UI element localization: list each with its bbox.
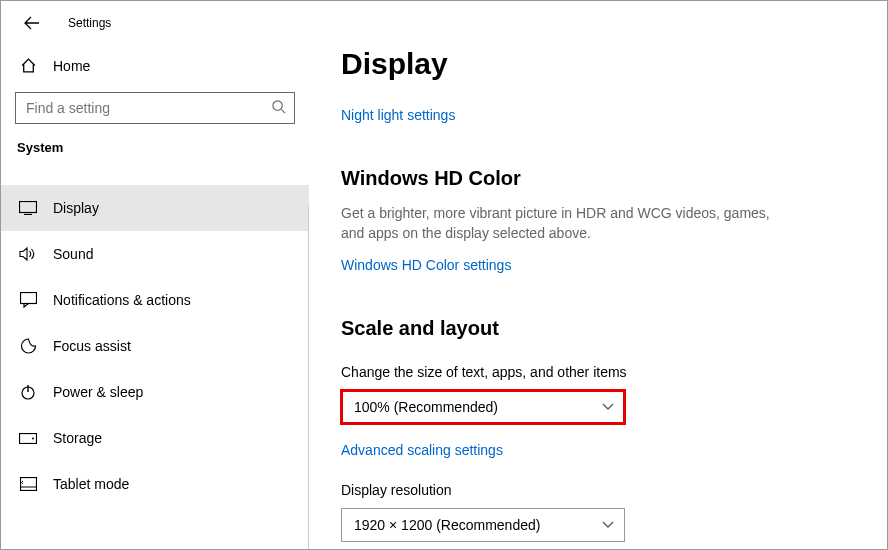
sidebar-item-label: Display <box>53 200 99 216</box>
sidebar-item-label: Sound <box>53 246 93 262</box>
search-box[interactable] <box>15 92 295 124</box>
sidebar-nav: Display Sound Notifications & actions Fo… <box>1 169 309 507</box>
content-pane: Display Night light settings Windows HD … <box>309 1 887 549</box>
scale-heading: Scale and layout <box>341 317 855 340</box>
resolution-dropdown-value: 1920 × 1200 (Recommended) <box>354 517 540 533</box>
resolution-dropdown[interactable]: 1920 × 1200 (Recommended) <box>341 508 625 542</box>
sidebar-item-label: Power & sleep <box>53 384 143 400</box>
sidebar-item-label: Storage <box>53 430 102 446</box>
hd-color-desc: Get a brighter, more vibrant picture in … <box>341 204 771 243</box>
back-button[interactable] <box>24 15 40 31</box>
focus-assist-icon <box>19 338 37 355</box>
sidebar-item-display[interactable]: Display <box>1 185 309 231</box>
night-light-settings-link[interactable]: Night light settings <box>341 107 455 123</box>
sound-icon <box>19 246 37 262</box>
page-title: Display <box>341 47 855 81</box>
sidebar-item-label: Focus assist <box>53 338 131 354</box>
sidebar-item-notifications[interactable]: Notifications & actions <box>1 277 309 323</box>
tablet-mode-icon <box>19 477 37 491</box>
sidebar-item-power-sleep[interactable]: Power & sleep <box>1 369 309 415</box>
scale-field-label: Change the size of text, apps, and other… <box>341 364 855 380</box>
back-arrow-icon <box>24 15 40 31</box>
sidebar-item-storage[interactable]: Storage <box>1 415 309 461</box>
sidebar-section-label: System <box>1 140 309 169</box>
sidebar-home[interactable]: Home <box>1 49 309 82</box>
display-icon <box>19 201 37 215</box>
hd-color-settings-link[interactable]: Windows HD Color settings <box>341 257 511 273</box>
storage-icon <box>19 433 37 444</box>
power-icon <box>19 384 37 400</box>
advanced-scaling-link[interactable]: Advanced scaling settings <box>341 442 855 458</box>
scale-dropdown[interactable]: 100% (Recommended) <box>341 390 625 424</box>
chevron-down-icon <box>602 521 614 529</box>
sidebar-item-label: Tablet mode <box>53 476 129 492</box>
search-input[interactable] <box>16 93 294 123</box>
svg-rect-2 <box>20 293 36 304</box>
scale-dropdown-value: 100% (Recommended) <box>354 399 498 415</box>
resolution-field-label: Display resolution <box>341 482 855 498</box>
sidebar-home-label: Home <box>53 58 90 74</box>
chevron-down-icon <box>602 403 614 411</box>
notifications-icon <box>19 292 37 308</box>
home-icon <box>19 57 37 74</box>
sidebar-item-sound[interactable]: Sound <box>1 231 309 277</box>
window-title: Settings <box>68 16 111 30</box>
sidebar-header: Settings <box>1 1 309 49</box>
hd-color-heading: Windows HD Color <box>341 167 855 190</box>
sidebar-item-focus-assist[interactable]: Focus assist <box>1 323 309 369</box>
svg-rect-1 <box>20 202 37 213</box>
svg-point-5 <box>32 437 34 439</box>
sidebar-item-tablet-mode[interactable]: Tablet mode <box>1 461 309 507</box>
sidebar: Settings Home System Display <box>1 1 309 549</box>
sidebar-item-label: Notifications & actions <box>53 292 191 308</box>
